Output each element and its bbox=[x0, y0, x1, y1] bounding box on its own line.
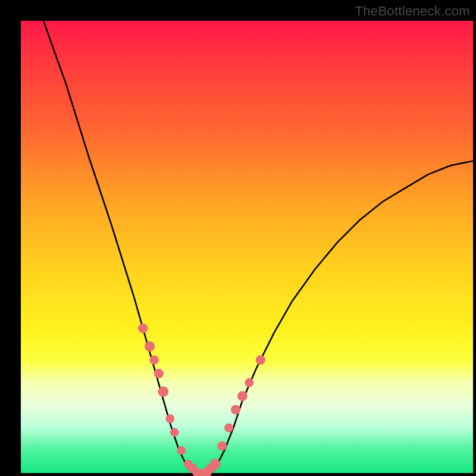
marker-point bbox=[138, 324, 148, 333]
marker-group bbox=[138, 324, 265, 476]
marker-point bbox=[256, 355, 265, 365]
marker-point bbox=[145, 342, 155, 352]
marker-point bbox=[149, 355, 159, 365]
marker-point bbox=[224, 423, 233, 432]
marker-point bbox=[177, 446, 186, 455]
marker-point bbox=[154, 369, 164, 378]
watermark-label: TheBottleneck.com bbox=[355, 4, 470, 19]
marker-point bbox=[231, 405, 240, 415]
plot-area bbox=[21, 21, 473, 473]
marker-point bbox=[170, 428, 179, 437]
marker-point bbox=[245, 378, 253, 387]
curve-layer bbox=[21, 21, 473, 473]
marker-point bbox=[158, 386, 169, 397]
bottleneck-curve-path bbox=[43, 21, 473, 473]
marker-point bbox=[210, 459, 221, 469]
marker-point bbox=[217, 441, 227, 451]
marker-point bbox=[237, 391, 248, 401]
chart-frame: TheBottleneck.com bbox=[0, 0, 476, 476]
marker-point bbox=[165, 414, 174, 423]
